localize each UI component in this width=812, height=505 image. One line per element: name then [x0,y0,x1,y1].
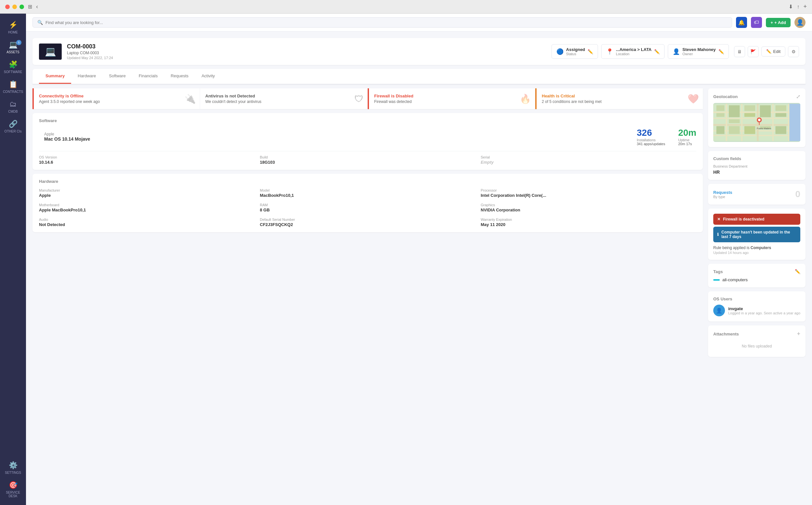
svg-rect-13 [745,105,756,111]
sidebar-item-service-desk[interactable]: 🎯 SERVICE DESK [0,478,26,501]
svg-rect-15 [775,105,786,111]
tab-financials[interactable]: Financials [132,69,164,84]
svg-rect-21 [716,126,724,134]
flag-btn[interactable]: 🚩 [748,46,759,57]
sidebar-item-cmdb[interactable]: 🗂 CMDB [0,97,26,117]
status-icon: 🔵 [556,48,563,55]
add-attachment-btn[interactable]: + [797,331,800,337]
asset-id: COM-0003 [67,43,546,50]
add-tab-icon[interactable]: + [803,3,807,10]
antivirus-title: Antivirus is not Detected [205,94,362,99]
window-maximize[interactable] [19,5,24,9]
alert-antivirus[interactable]: Antivirus is not Detected We couldn't de… [200,88,368,109]
location-chip[interactable]: 📍 ...America > LATA Location ✏️ [601,44,665,59]
requests-sub: By type [713,195,733,199]
alert-info-icon: ℹ [717,232,719,237]
sidebar-item-other-cis[interactable]: 🔗 OTHER CIs [0,117,26,136]
requests-count: 0 [795,189,800,199]
alert-x-icon: ✕ [717,217,720,221]
owner-value: Steven Mahoney [682,47,716,52]
edit-tags-icon[interactable]: ✏️ [795,269,800,274]
alerts-row: Connectivity is Offline Agent 3.5.0 repo… [32,88,703,109]
settings-btn[interactable]: ⚙ [788,46,799,57]
topbar: 🔍 🔔 🏷 ++ Add 👤 [26,14,812,31]
geolocation-panel: Geolocation ⤢ [708,88,806,147]
requests-panel: Requests By type 0 [708,184,806,205]
owner-edit-icon[interactable]: ✏️ [718,49,724,54]
svg-rect-24 [775,126,786,134]
status-label: Status [566,52,585,56]
main-content: 🔍 🔔 🏷 ++ Add 👤 💻 COM-0003 [26,14,812,505]
tab-activity[interactable]: Activity [195,69,221,84]
svg-rect-14 [760,105,771,117]
alert-connectivity[interactable]: Connectivity is Offline Agent 3.5.0 repo… [32,88,200,109]
window-close[interactable] [5,5,10,9]
user-avatar-icon: 👤 [713,305,725,316]
expand-map-btn[interactable]: ⤢ [796,94,800,100]
attachments-empty: No files uploaded [713,341,800,352]
installations-stat: 326 Installations 341 apps/updates [637,128,665,146]
search-input[interactable] [45,20,727,25]
asset-header: 💻 COM-0003 Laptop COM-0003 Updated May 2… [32,38,806,65]
alert-firewall[interactable]: Firewall is Disabled Firewall was detect… [368,88,535,109]
user-name: invgate [728,306,800,311]
firewall-title: Firewall is Disabled [374,94,530,99]
tab-hardware[interactable]: Hardware [71,69,102,84]
os-user-item: 👤 invgate Logged in a year ago. Seen act… [713,305,800,316]
status-edit-icon[interactable]: ✏️ [588,49,593,54]
custom-fields-panel: Custom fields Business Department HR [708,151,806,180]
tab-software[interactable]: Software [103,69,132,84]
health-desc: 2 of 5 conditions are not being met [542,100,698,104]
svg-rect-25 [790,104,801,141]
geolocation-title: Geolocation [713,94,738,99]
connectivity-desc: Agent 3.5.0 reported one week ago [39,100,194,104]
processor-field: Processor Intel Corporation Intel(R) Cor… [481,188,696,198]
os-users-panel: OS Users 👤 invgate Logged in a year ago.… [708,291,806,322]
search-bar[interactable]: 🔍 [32,17,732,28]
sidebar-item-home[interactable]: ⚡ HOME [0,18,26,37]
alert-health[interactable]: Health is Critical 2 of 5 conditions are… [535,88,703,109]
sidebar-item-software[interactable]: 🧩 SOFTWARE [0,57,26,77]
tag-btn[interactable]: 🏷 [751,17,762,28]
sidebar-item-contracts[interactable]: 📋 CONTRACTS [0,77,26,97]
serial-field: Serial Empty [481,155,696,165]
owner-chip[interactable]: 👤 Steven Mahoney Owner ✏️ [668,44,729,59]
tag-item: all-computers [713,277,800,282]
status-chip[interactable]: 🔵 Assigned Status ✏️ [551,44,598,59]
window-sidebar-toggle[interactable]: ⊞ [28,4,32,10]
assets-badge: 5 [16,40,21,45]
health-alert-firewall: ✕ Firewall is deactivated [713,214,800,225]
svg-rect-18 [745,113,756,117]
tab-requests[interactable]: Requests [164,69,195,84]
edit-btn[interactable]: ✏️ Edit [761,46,785,56]
tab-summary[interactable]: Summary [39,69,71,84]
location-edit-icon[interactable]: ✏️ [654,49,660,54]
antivirus-icon: 🛡 [354,94,363,104]
owner-label: Owner [682,52,716,56]
rule-updated: Updated 14 hours ago [713,251,800,255]
notification-btn[interactable]: 🔔 [736,17,747,28]
os-version-field: OS Version 10.14.6 [39,155,255,165]
sidebar-item-assets[interactable]: 💻 ASSETS 5 [0,37,26,57]
user-activity: Logged in a year ago. Seen active a year… [728,311,800,315]
health-alerts-list: ✕ Firewall is deactivated ℹ Computer has… [713,214,800,242]
graphics-field: Graphics NVIDIA Corporation [481,203,696,212]
svg-rect-10 [788,104,789,141]
hardware-panel: Hardware Manufacturer Apple Model MacBoo… [32,174,703,232]
firewall-desc: Firewall was detected [374,100,530,104]
sidebar-item-settings[interactable]: ⚙️ SETTINGS [0,458,26,478]
asset-subtitle: Laptop COM-0003 [67,51,546,55]
window-minimize[interactable] [12,5,17,9]
window-nav-back[interactable]: ‹ [36,3,38,10]
health-icon: ❤️ [688,94,699,104]
asset-actions: 🖥 🚩 ✏️ Edit ⚙ [734,46,799,57]
motherboard-field: Motherboard Apple MacBookPro10,1 [39,203,255,212]
location-icon: 📍 [606,48,613,55]
download-icon: ⬇ [789,4,793,10]
owner-icon: 👤 [673,48,680,55]
monitor-btn[interactable]: 🖥 [734,46,745,57]
os-brand: Apple [44,132,90,136]
requests-title: Requests [713,190,733,195]
user-avatar[interactable]: 👤 [794,17,806,28]
add-btn[interactable]: ++ Add [766,18,791,27]
